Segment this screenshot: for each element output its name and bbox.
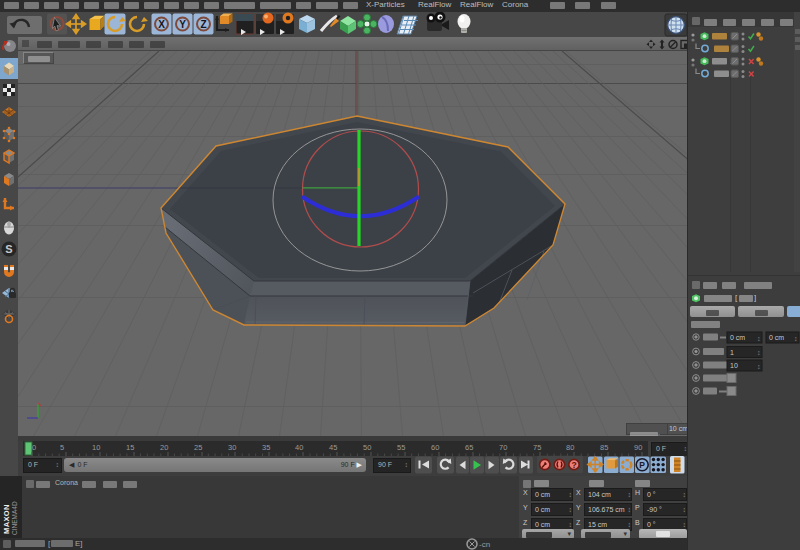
svg-text:Y: Y [179, 19, 186, 30]
svg-text:35: 35 [262, 443, 270, 452]
svg-text:↕: ↕ [757, 335, 761, 342]
svg-text:40: 40 [295, 443, 303, 452]
svg-text:20: 20 [160, 443, 168, 452]
svg-text:85: 85 [600, 443, 608, 452]
svg-text:45: 45 [329, 443, 337, 452]
svg-text:-cn: -cn [479, 540, 490, 549]
svg-text:1: 1 [730, 349, 734, 356]
svg-text:0: 0 [32, 443, 36, 452]
svg-text:S: S [5, 243, 12, 255]
svg-text:50: 50 [363, 443, 371, 452]
svg-text:75: 75 [533, 443, 541, 452]
svg-text:↕: ↕ [757, 349, 761, 356]
svg-text:10: 10 [730, 362, 738, 369]
svg-text:↕: ↕ [794, 335, 798, 342]
svg-text:30: 30 [228, 443, 236, 452]
svg-text:X: X [158, 19, 165, 30]
svg-text:15: 15 [126, 443, 134, 452]
svg-text:90: 90 [634, 443, 642, 452]
svg-text:0 cm: 0 cm [730, 334, 745, 341]
svg-text:Z: Z [200, 19, 206, 30]
svg-text:0 cm: 0 cm [769, 334, 784, 341]
svg-text:?: ? [571, 460, 576, 470]
svg-text:↕: ↕ [757, 363, 761, 370]
svg-text:80: 80 [566, 443, 574, 452]
svg-text:25: 25 [194, 443, 202, 452]
svg-text:55: 55 [397, 443, 405, 452]
svg-text:5: 5 [60, 443, 64, 452]
svg-text:P: P [639, 460, 645, 470]
svg-text:65: 65 [465, 443, 473, 452]
svg-text:70: 70 [499, 443, 507, 452]
svg-text:60: 60 [431, 443, 439, 452]
svg-text:10: 10 [92, 443, 100, 452]
